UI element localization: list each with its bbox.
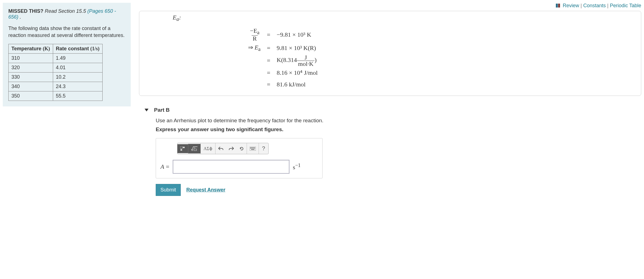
svg-rect-10	[252, 147, 252, 148]
svg-rect-14	[250, 148, 251, 149]
svg-rect-4	[180, 149, 182, 151]
svg-rect-18	[254, 148, 254, 149]
svg-rect-1	[558, 4, 560, 8]
top-links: Review | Constants | Periodic Table	[139, 3, 641, 9]
data-table: Temperature (K) Rate constant (1/s) 310 …	[8, 44, 103, 101]
reset-button[interactable]	[237, 144, 247, 153]
missed-label: MISSED THIS?	[8, 8, 43, 14]
missed-this: MISSED THIS? Read Section 15.5 (Pages 65…	[8, 8, 125, 20]
table-row: 350 55.5	[9, 91, 103, 101]
link-review[interactable]: Review	[563, 3, 579, 8]
undo-button[interactable]	[216, 145, 226, 153]
read-section: Read Section 15.5	[45, 8, 86, 14]
svg-rect-15	[251, 148, 252, 149]
link-constants[interactable]: Constants	[583, 3, 606, 8]
svg-rect-13	[254, 147, 255, 148]
fraction-sqrt-button[interactable]: x	[188, 144, 200, 153]
problem-sidebar: MISSED THIS? Read Section 15.5 (Pages 65…	[3, 3, 131, 106]
greek-letters-button[interactable]: ΑΣϕ	[201, 144, 215, 153]
col-header-rate: Rate constant (1/s)	[53, 44, 102, 54]
svg-rect-2	[180, 146, 182, 148]
svg-rect-16	[252, 148, 252, 149]
col-header-temp: Temperature (K)	[9, 44, 53, 54]
ea-header: Ea:	[173, 14, 630, 22]
svg-rect-11	[253, 147, 253, 148]
svg-rect-9	[251, 147, 252, 148]
solution-box: Ea: −Ea R = −9.81 × 10³ K ⇒ Ea	[139, 11, 641, 96]
answer-unit: s−1	[293, 163, 301, 171]
svg-rect-12	[254, 147, 254, 148]
math-toolbar: x ΑΣϕ	[177, 143, 269, 154]
svg-rect-17	[253, 148, 253, 149]
link-periodic-table[interactable]: Periodic Table	[610, 3, 641, 8]
part-b-instr2: Express your answer using two significan…	[156, 126, 641, 133]
table-row: 340 24.3	[9, 82, 103, 91]
part-b-body: Use an Arrhenius plot to determine the f…	[156, 118, 641, 196]
keyboard-button[interactable]	[247, 145, 259, 153]
svg-rect-0	[556, 4, 558, 8]
caret-down-icon	[145, 109, 148, 111]
svg-rect-6	[194, 149, 197, 151]
table-row: 320 4.01	[9, 63, 103, 73]
part-b-instr: Use an Arrhenius plot to determine the f…	[156, 118, 641, 124]
svg-rect-19	[254, 148, 255, 149]
table-row: 310 1.49	[9, 54, 103, 63]
answer-box: x ΑΣϕ	[156, 138, 323, 178]
table-row: 330 10.2	[9, 73, 103, 82]
template-picker-button[interactable]	[177, 144, 188, 153]
main-content: Review | Constants | Periodic Table Ea: …	[139, 3, 641, 196]
part-b-title: Part B	[154, 107, 170, 113]
request-answer-link[interactable]: Request Answer	[186, 187, 225, 193]
svg-text:x: x	[194, 146, 195, 149]
svg-rect-8	[250, 147, 251, 148]
part-b-header[interactable]: Part B	[145, 107, 641, 113]
answer-label: A =	[160, 163, 169, 170]
svg-rect-3	[183, 147, 185, 148]
help-button[interactable]: ?	[259, 143, 268, 154]
svg-rect-20	[251, 149, 254, 150]
submit-button[interactable]: Submit	[156, 184, 181, 196]
redo-button[interactable]	[226, 145, 237, 153]
answer-input[interactable]	[173, 160, 289, 174]
book-icon	[556, 4, 560, 8]
problem-text: The following data show the rate constan…	[8, 25, 125, 39]
